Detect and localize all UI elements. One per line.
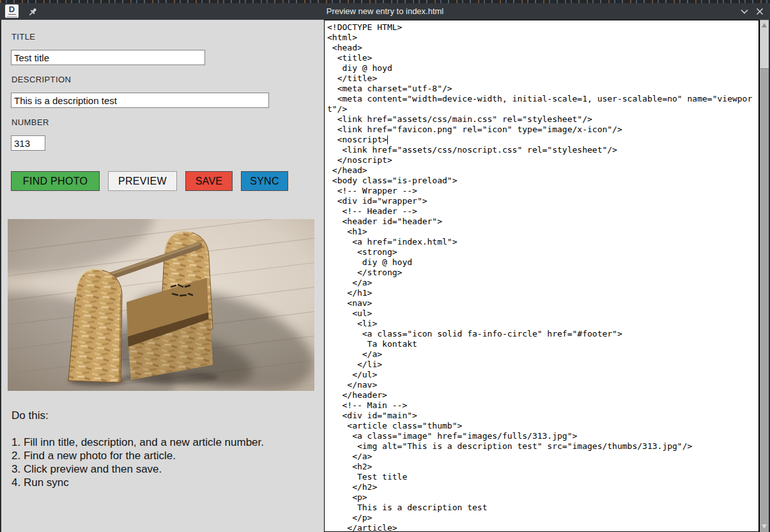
photo-caddy-illustration: [8, 219, 314, 391]
vertical-scrollbar[interactable]: [759, 20, 770, 532]
save-button[interactable]: SAVE: [185, 171, 233, 191]
number-input[interactable]: [11, 135, 45, 151]
instructions-heading: Do this:: [12, 409, 49, 422]
instruction-item: Fill inn title, description, and a new a…: [12, 436, 312, 449]
close-icon[interactable]: [755, 7, 764, 16]
shade-icon[interactable]: [740, 7, 749, 16]
instructions-list: Fill inn title, description, and a new a…: [12, 436, 312, 489]
number-label: NUMBER: [12, 118, 49, 127]
instruction-item: Click preview and then save.: [12, 462, 312, 476]
title-input[interactable]: [11, 50, 205, 65]
entry-form-panel: TITLE DESCRIPTION NUMBER FIND PHOTO PREV…: [0, 20, 324, 528]
window-titlebar: D Preview new entry to index.html: [0, 3, 770, 20]
description-label: DESCRIPTION: [12, 75, 71, 84]
preview-button[interactable]: PREVIEW: [108, 171, 177, 191]
text-caret: [387, 135, 388, 144]
window-title: Preview new entry to index.html: [0, 3, 770, 20]
scroll-up-arrow-icon[interactable]: [760, 20, 769, 30]
window-left-border: [0, 20, 1, 532]
title-label: TITLE: [12, 32, 35, 42]
html-preview-editor[interactable]: <!DOCTYPE HTML> <html> <head> <title> di…: [324, 20, 759, 532]
instruction-item: Find a new photo for the article.: [12, 449, 312, 462]
description-input[interactable]: [11, 93, 269, 108]
instruction-item: Run sync: [12, 476, 312, 489]
sync-button[interactable]: SYNC: [241, 171, 288, 191]
scrollbar-thumb[interactable]: [760, 30, 769, 69]
find-photo-button[interactable]: FIND PHOTO: [11, 171, 100, 191]
html-source-text[interactable]: <!DOCTYPE HTML> <html> <head> <title> di…: [325, 20, 758, 532]
article-photo: [8, 219, 314, 391]
scroll-down-arrow-icon[interactable]: [760, 522, 769, 531]
